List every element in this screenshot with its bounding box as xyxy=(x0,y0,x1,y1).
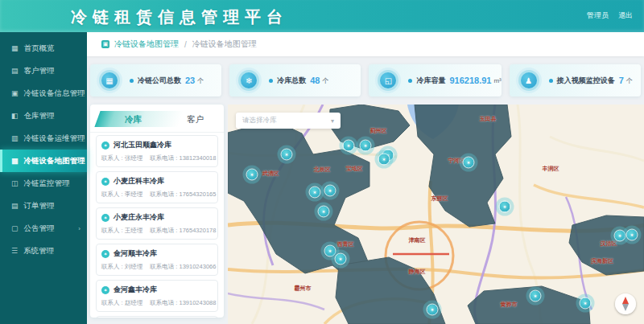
camera-user-icon: ♟ xyxy=(516,68,542,93)
sidebar-item-notice[interactable]: ▢公告管理› xyxy=(0,217,87,240)
list-item[interactable]: ✶小麦庄永丰冷库联系人 : 王经理联系电话 : 17654320178 xyxy=(96,207,218,240)
notice-icon: ▢ xyxy=(11,224,19,232)
stat-unit: 个 xyxy=(322,76,328,85)
district-label: 东丽区 xyxy=(431,195,448,203)
cold-storage-marker[interactable]: ✶ xyxy=(343,140,355,152)
sidebar-item-map[interactable]: ▩冷链设备地图管理 xyxy=(0,150,87,172)
sidebar-item-warehouse[interactable]: ◧仓库管理 xyxy=(0,105,87,127)
stat-unit: m³ xyxy=(493,77,501,84)
cold-storage-marker[interactable]: ✶ xyxy=(281,149,293,161)
cold-storage-select[interactable]: 请选择冷库 ▾ xyxy=(236,113,341,129)
maintenance-icon: ▥ xyxy=(11,134,19,142)
cold-storage-marker[interactable]: ✶ xyxy=(246,169,258,181)
cold-storage-list: ✶河北玉田顺鑫冷库联系人 : 张经理联系电话 : 13812340018✶小麦庄… xyxy=(96,135,218,318)
sidebar-item-label: 系统管理 xyxy=(23,246,54,256)
stat-card-row: ▦冷链公司总数23个❄冷库总数48个◱冷库容量916218.91m³♟接入视频监… xyxy=(90,64,641,96)
list-item[interactable]: ✶小麦庄科丰冷库联系人 : 李经理联系电话 : 17654320165 xyxy=(96,171,218,203)
stat-card: ▦冷链公司总数23个 xyxy=(90,64,221,96)
sidebar-item-label: 客户管理 xyxy=(24,66,55,76)
tab-customer[interactable]: 客户 xyxy=(187,114,204,125)
company-icon-glyph: ▦ xyxy=(101,72,118,88)
list-item[interactable]: ✶金河顺丰冷库联系人 : 刘经理联系电话 : 13910243066 xyxy=(96,244,218,276)
cold-storage-marker[interactable]: ✶ xyxy=(614,230,626,242)
cold-storage-marker[interactable]: ✶ xyxy=(360,140,372,152)
stat-label: 接入视频监控设备 xyxy=(557,76,615,86)
district-label: 汉沽区 xyxy=(601,240,617,248)
list-item[interactable]: ✶大周庄联丰冷库联系人 : 孙经理联系电话 : 18522367190 xyxy=(96,316,218,318)
sidebar-item-label: 首页概览 xyxy=(24,43,55,54)
stat-label: 冷库容量 xyxy=(416,76,445,86)
district-label: 丰润区 xyxy=(543,165,559,173)
cold-storage-name: 小麦庄永丰冷库 xyxy=(114,212,164,223)
cold-storage-marker[interactable]: ✶ xyxy=(580,297,592,310)
compass-control[interactable] xyxy=(615,293,636,314)
bullet-dot-icon xyxy=(269,79,273,83)
cold-storage-marker[interactable]: ✶ xyxy=(626,229,638,241)
sidebar-item-label: 冷链设备运维管理 xyxy=(24,133,85,144)
header-bar: 冷链租赁信息管理平台 管理员 退出 xyxy=(0,0,644,32)
list-item-info: 联系人 : 张经理联系电话 : 13812340018 xyxy=(101,154,213,162)
cold-storage-marker[interactable]: ✶ xyxy=(463,157,475,169)
tab-cold-storage[interactable]: 冷库 xyxy=(125,114,142,125)
bullet-dot-icon xyxy=(408,79,412,83)
cold-storage-marker[interactable]: ✶ xyxy=(324,185,336,197)
camera-user-icon-glyph: ♟ xyxy=(521,72,537,88)
list-item-info: 联系人 : 李经理联系电话 : 17654320165 xyxy=(101,191,213,199)
cold-storage-name: 小麦庄科丰冷库 xyxy=(114,176,164,187)
district-label: 北辰区 xyxy=(314,166,331,174)
cold-storage-marker[interactable]: ✶ xyxy=(499,201,511,213)
cold-storage-marker[interactable]: ✶ xyxy=(309,187,321,199)
contact-person: 联系人 : 赵经理 xyxy=(101,299,142,307)
stat-value: 7 xyxy=(619,76,624,85)
contact-person: 联系人 : 张经理 xyxy=(101,154,142,162)
sidebar-item-system[interactable]: ☰系统管理 xyxy=(0,240,87,262)
sidebar-item-label: 公告管理 xyxy=(24,224,55,234)
logout-link[interactable]: 退出 xyxy=(618,10,633,21)
sidebar-item-label: 订单管理 xyxy=(24,201,55,211)
company-icon: ▦ xyxy=(97,68,122,93)
sidebar: ▦首页概览▤客户管理▣冷链设备信息管理◧仓库管理▥冷链设备运维管理▩冷链设备地图… xyxy=(0,32,87,324)
district-label: 黄骅市 xyxy=(501,301,518,309)
list-item[interactable]: ✶河北玉田顺鑫冷库联系人 : 张经理联系电话 : 13812340018 xyxy=(96,135,218,167)
snowflake-icon: ✶ xyxy=(101,141,109,150)
sidebar-item-label: 冷链监控管理 xyxy=(24,178,70,189)
cold-storage-marker[interactable]: ✶ xyxy=(427,304,439,316)
district-label: 玉田县 xyxy=(480,115,497,123)
sidebar-item-customer[interactable]: ▤客户管理 xyxy=(0,59,87,82)
sidebar-item-device-info[interactable]: ▣冷链设备信息管理 xyxy=(0,82,87,105)
cold-storage-marker[interactable]: ✶ xyxy=(324,245,336,257)
sidebar-item-order[interactable]: ▤订单管理 xyxy=(0,195,87,217)
device-info-icon: ▣ xyxy=(11,89,19,97)
order-icon: ▤ xyxy=(11,202,19,210)
cold-storage-marker[interactable]: ✶ xyxy=(335,253,347,265)
stat-unit: 个 xyxy=(626,76,633,85)
sidebar-item-monitor[interactable]: ◫冷链监控管理 xyxy=(0,172,87,195)
sidebar-item-home[interactable]: ▦首页概览 xyxy=(0,37,87,59)
cold-storage-marker[interactable]: ✶ xyxy=(530,290,542,302)
stat-card: ❄冷库总数48个 xyxy=(229,64,361,96)
district-label: 滨海新区 xyxy=(591,257,613,265)
breadcrumb-parent[interactable]: 冷链设备地图管理 xyxy=(114,39,179,50)
map-base-layer xyxy=(228,105,644,324)
district-label: 武清区 xyxy=(262,170,279,178)
chevron-down-icon: ▾ xyxy=(331,117,334,125)
district-label: 西青区 xyxy=(337,240,354,248)
district-label: 宝坻区 xyxy=(346,165,363,173)
capacity-icon-glyph: ◱ xyxy=(380,72,396,88)
map-canvas[interactable]: 武清区北辰区宝坻区蓟州区玉田县宁河区东丽区津南区西青区静海区霸州市滨海新区汉沽区… xyxy=(228,105,644,324)
cold-storage-name: 河北玉田顺鑫冷库 xyxy=(114,140,171,150)
sidebar-item-maintenance[interactable]: ▥冷链设备运维管理 xyxy=(0,127,87,150)
user-name[interactable]: 管理员 xyxy=(587,10,609,21)
list-item-head: ✶金河顺丰冷库 xyxy=(101,248,213,259)
system-icon: ☰ xyxy=(11,247,18,255)
cold-storage-marker[interactable]: ✶ xyxy=(378,154,390,166)
list-item-head: ✶小麦庄永丰冷库 xyxy=(101,212,213,223)
list-item[interactable]: ✶金河鑫丰冷库联系人 : 赵经理联系电话 : 13910243088 xyxy=(96,280,218,312)
customer-icon: ▤ xyxy=(11,67,19,75)
cold-storage-panel: 冷库 客户 ✶河北玉田顺鑫冷库联系人 : 张经理联系电话 : 138123400… xyxy=(90,105,224,318)
list-item-head: ✶河北玉田顺鑫冷库 xyxy=(101,140,213,150)
cold-storage-marker[interactable]: ✶ xyxy=(318,206,330,218)
snowflake-icon: ✶ xyxy=(101,286,109,294)
sidebar-item-label: 仓库管理 xyxy=(24,111,55,121)
stat-label: 冷库总数 xyxy=(277,76,306,86)
